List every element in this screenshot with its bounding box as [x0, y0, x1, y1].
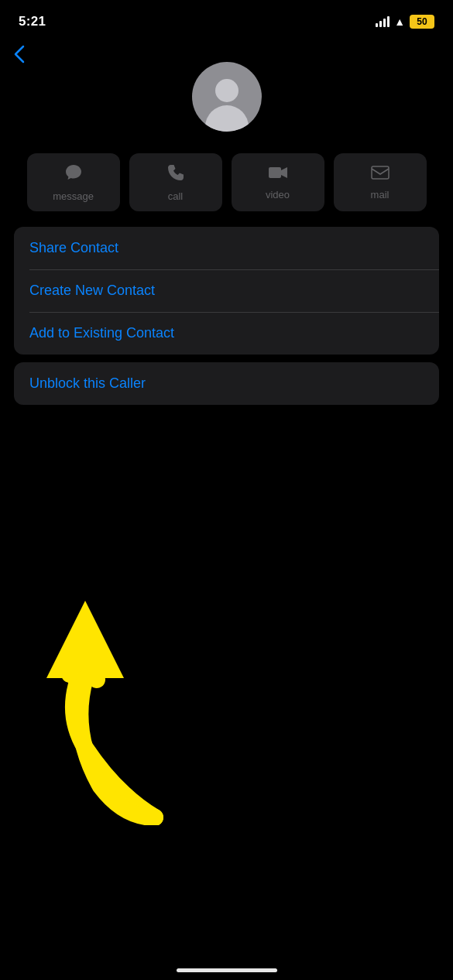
status-icons: ▲ 50	[376, 15, 434, 29]
main-menu-section: Share Contact Create New Contact Add to …	[14, 227, 439, 355]
call-button[interactable]: call	[129, 153, 222, 211]
create-new-contact-item[interactable]: Create New Contact	[14, 269, 439, 312]
message-label: message	[53, 190, 94, 202]
status-time: 5:21	[19, 14, 46, 29]
avatar-section	[0, 39, 453, 153]
unblock-caller-item[interactable]: Unblock this Caller	[14, 362, 439, 405]
avatar-body	[205, 105, 249, 132]
call-icon	[167, 164, 184, 186]
back-button[interactable]	[14, 45, 25, 68]
action-buttons-row: message call video mail	[0, 153, 453, 227]
svg-rect-1	[372, 166, 389, 179]
wifi-icon: ▲	[394, 15, 405, 28]
mail-button[interactable]: mail	[334, 153, 427, 211]
svg-marker-2	[46, 601, 124, 678]
video-label: video	[266, 189, 290, 200]
unblock-section: Unblock this Caller	[14, 362, 439, 405]
mail-label: mail	[371, 189, 390, 200]
add-to-existing-contact-item[interactable]: Add to Existing Contact	[14, 312, 439, 355]
mail-icon	[371, 164, 390, 184]
svg-rect-0	[269, 167, 281, 178]
video-icon	[268, 164, 288, 184]
avatar-silhouette	[205, 79, 249, 132]
video-button[interactable]: video	[232, 153, 324, 211]
battery-indicator: 50	[410, 15, 434, 29]
signal-icon	[376, 16, 390, 27]
message-button[interactable]: message	[27, 153, 120, 211]
message-icon	[64, 164, 83, 186]
avatar-head	[215, 79, 239, 102]
call-label: call	[168, 190, 184, 202]
home-indicator	[177, 968, 277, 972]
annotation-arrow	[23, 577, 194, 825]
status-bar: 5:21 ▲ 50	[0, 0, 453, 39]
avatar	[192, 62, 262, 132]
share-contact-item[interactable]: Share Contact	[14, 227, 439, 269]
